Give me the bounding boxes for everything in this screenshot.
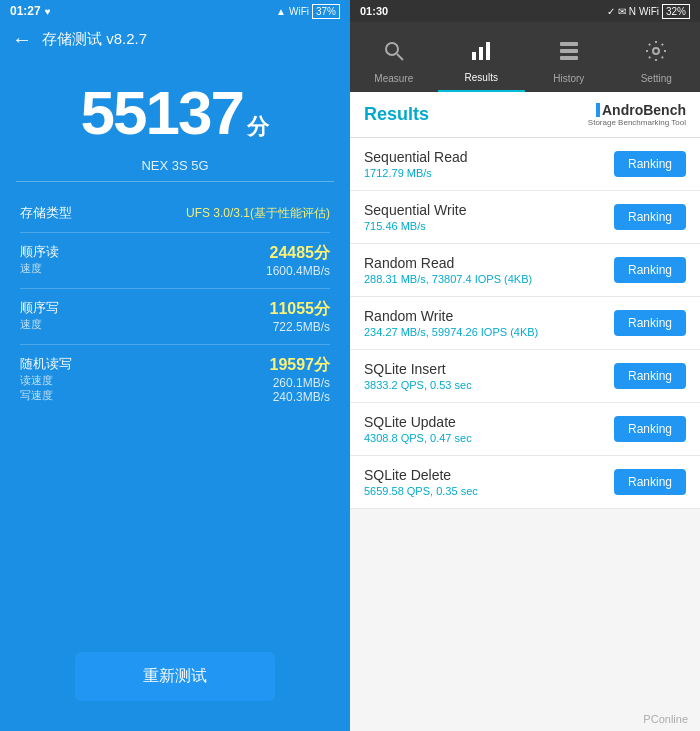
random-read-sublabel: 读速度 — [20, 373, 72, 388]
status-icons-right: ✓ ✉ N WiFi 32% — [607, 4, 690, 19]
rand-read-name: Random Read — [364, 255, 532, 271]
stat-row-seq-read: 顺序读 速度 24485分 1600.4MB/s — [20, 233, 330, 289]
result-item-seq-read: Sequential Read 1712.79 MB/s Ranking — [350, 138, 700, 191]
svg-point-8 — [653, 48, 659, 54]
random-rw-value: 19597分 — [270, 355, 331, 376]
tab-measure[interactable]: Measure — [350, 22, 438, 92]
seq-write-val: 715.46 MB/s — [364, 220, 466, 232]
tab-results-label: Results — [465, 72, 498, 83]
setting-icon — [644, 39, 668, 69]
svg-rect-2 — [472, 52, 476, 60]
score-section: 55137 分 — [0, 57, 350, 158]
svg-rect-3 — [479, 47, 483, 60]
seq-read-name: Sequential Read — [364, 149, 468, 165]
rand-write-val: 234.27 MB/s, 59974.26 IOPS (4KB) — [364, 326, 538, 338]
tab-results[interactable]: Results — [438, 22, 526, 92]
right-panel: 01:30 ✓ ✉ N WiFi 32% Measure — [350, 0, 700, 731]
svg-rect-4 — [486, 42, 490, 60]
seq-read-val: 1712.79 MB/s — [364, 167, 468, 179]
back-button[interactable]: ← — [12, 28, 32, 51]
results-header: Results AndroBench Storage Benchmarking … — [350, 92, 700, 138]
time-left: 01:27 — [10, 4, 41, 18]
rand-write-name: Random Write — [364, 308, 538, 324]
time-right: 01:30 — [360, 5, 388, 17]
score-number: 55137 — [81, 78, 243, 147]
status-bar-right: 01:30 ✓ ✉ N WiFi 32% — [350, 0, 700, 22]
pconline-watermark: PConline — [350, 707, 700, 731]
sqlite-update-name: SQLite Update — [364, 414, 472, 430]
wifi-icon: WiFi — [289, 6, 309, 17]
top-bar-left: ← 存储测试 v8.2.7 — [0, 22, 350, 57]
stats-section: 存储类型 UFS 3.0/3.1(基于性能评估) 顺序读 速度 24485分 1… — [0, 182, 350, 426]
svg-rect-6 — [560, 49, 578, 53]
battery-right: 32% — [662, 4, 690, 19]
result-item-rand-write: Random Write 234.27 MB/s, 59974.26 IOPS … — [350, 297, 700, 350]
results-title: Results — [364, 104, 429, 125]
battery-left: 37% — [312, 4, 340, 19]
wifi-icon-right: WiFi — [639, 6, 659, 17]
result-item-sqlite-update: SQLite Update 4308.8 QPS, 0.47 sec Ranki… — [350, 403, 700, 456]
left-panel: 01:27 ♥ ▲ WiFi 37% ← 存储测试 v8.2.7 55137 分… — [0, 0, 350, 731]
sqlite-insert-ranking-btn[interactable]: Ranking — [614, 363, 686, 389]
sqlite-update-val: 4308.8 QPS, 0.47 sec — [364, 432, 472, 444]
svg-point-0 — [386, 43, 398, 55]
androbench-bar — [596, 103, 600, 117]
seq-write-name: Sequential Write — [364, 202, 466, 218]
result-item-sqlite-delete: SQLite Delete 5659.58 QPS, 0.35 sec Rank… — [350, 456, 700, 509]
androbench-sub: Storage Benchmarking Tool — [588, 118, 686, 127]
random-read-speed: 260.1MB/s — [270, 376, 331, 390]
storage-type-value: UFS 3.0/3.1(基于性能评估) — [186, 205, 330, 222]
tab-setting[interactable]: Setting — [613, 22, 701, 92]
result-item-sqlite-insert: SQLite Insert 3833.2 QPS, 0.53 sec Ranki… — [350, 350, 700, 403]
stat-row-seq-write: 顺序写 速度 11055分 722.5MB/s — [20, 289, 330, 345]
seq-read-subvalue: 1600.4MB/s — [266, 264, 330, 278]
results-icon — [469, 38, 493, 68]
svg-line-1 — [397, 54, 403, 60]
random-write-speed: 240.3MB/s — [270, 390, 331, 404]
svg-rect-7 — [560, 56, 578, 60]
result-item-rand-read: Random Read 288.31 MB/s, 73807.4 IOPS (4… — [350, 244, 700, 297]
tab-measure-label: Measure — [374, 73, 413, 84]
seq-read-value: 24485分 — [266, 243, 330, 264]
heart-icon: ♥ — [45, 6, 51, 17]
storage-type-label: 存储类型 — [20, 204, 72, 222]
retest-btn-container: 重新测试 — [75, 652, 275, 701]
rand-read-ranking-btn[interactable]: Ranking — [614, 257, 686, 283]
storage-type-row: 存储类型 UFS 3.0/3.1(基于性能评估) — [20, 194, 330, 233]
sqlite-delete-name: SQLite Delete — [364, 467, 478, 483]
check-icon: ✓ — [607, 6, 615, 17]
mail-icon: ✉ — [618, 6, 626, 17]
random-rw-label: 随机读写 — [20, 355, 72, 373]
tab-history[interactable]: History — [525, 22, 613, 92]
results-list: Sequential Read 1712.79 MB/s Ranking Seq… — [350, 138, 700, 707]
stat-row-random-rw: 随机读写 读速度 写速度 19597分 260.1MB/s 240.3MB/s — [20, 345, 330, 414]
seq-write-value: 11055分 — [270, 299, 331, 320]
random-write-sublabel: 写速度 — [20, 388, 72, 403]
device-name: NEX 3S 5G — [0, 158, 350, 173]
seq-write-subvalue: 722.5MB/s — [270, 320, 331, 334]
status-bar-left: 01:27 ♥ ▲ WiFi 37% — [0, 0, 350, 22]
seq-read-ranking-btn[interactable]: Ranking — [614, 151, 686, 177]
signal-icon: ▲ — [276, 6, 286, 17]
seq-write-label: 顺序写 — [20, 299, 59, 317]
svg-rect-5 — [560, 42, 578, 46]
tab-history-label: History — [553, 73, 584, 84]
tab-bar: Measure Results History — [350, 22, 700, 92]
signal-icon-right: N — [629, 6, 636, 17]
history-icon — [557, 39, 581, 69]
sqlite-update-ranking-btn[interactable]: Ranking — [614, 416, 686, 442]
sqlite-insert-name: SQLite Insert — [364, 361, 472, 377]
app-title: 存储测试 v8.2.7 — [42, 30, 147, 49]
androbench-text: AndroBench — [602, 102, 686, 118]
rand-read-val: 288.31 MB/s, 73807.4 IOPS (4KB) — [364, 273, 532, 285]
rand-write-ranking-btn[interactable]: Ranking — [614, 310, 686, 336]
seq-write-ranking-btn[interactable]: Ranking — [614, 204, 686, 230]
score-unit: 分 — [247, 114, 269, 139]
seq-write-sublabel: 速度 — [20, 317, 59, 332]
retest-button[interactable]: 重新测试 — [75, 652, 275, 701]
measure-icon — [382, 39, 406, 69]
androbench-logo: AndroBench Storage Benchmarking Tool — [588, 102, 686, 127]
seq-read-label: 顺序读 — [20, 243, 59, 261]
sqlite-delete-ranking-btn[interactable]: Ranking — [614, 469, 686, 495]
sqlite-delete-val: 5659.58 QPS, 0.35 sec — [364, 485, 478, 497]
